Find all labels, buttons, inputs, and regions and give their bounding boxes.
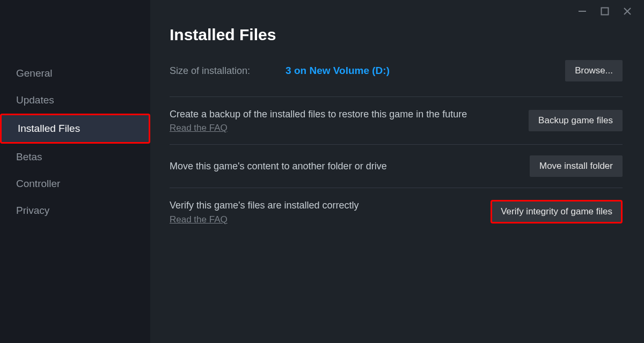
browse-button[interactable]: Browse... bbox=[565, 60, 623, 81]
sidebar: General Updates Installed Files Betas Co… bbox=[0, 0, 150, 343]
main-panel: Installed Files Size of installation: 3 … bbox=[150, 0, 644, 343]
sidebar-item-betas[interactable]: Betas bbox=[0, 144, 150, 170]
maximize-icon[interactable] bbox=[600, 6, 610, 16]
verify-desc: Verify this game's files are installed c… bbox=[170, 199, 478, 212]
move-button[interactable]: Move install folder bbox=[530, 155, 623, 177]
move-row: Move this game's content to another fold… bbox=[170, 145, 623, 188]
size-label: Size of installation: bbox=[170, 65, 250, 77]
size-row: Size of installation: 3 on New Volume (D… bbox=[170, 60, 623, 97]
sidebar-item-privacy[interactable]: Privacy bbox=[0, 197, 150, 224]
window-controls bbox=[577, 6, 632, 16]
backup-button[interactable]: Backup game files bbox=[529, 110, 623, 131]
sidebar-item-general[interactable]: General bbox=[0, 60, 150, 87]
verify-button[interactable]: Verify integrity of game files bbox=[491, 200, 623, 223]
close-icon[interactable] bbox=[623, 6, 632, 16]
backup-faq-link[interactable]: Read the FAQ bbox=[170, 123, 228, 133]
verify-row: Verify this game's files are installed c… bbox=[170, 188, 623, 235]
backup-text: Create a backup of the installed files t… bbox=[170, 108, 516, 133]
backup-row: Create a backup of the installed files t… bbox=[170, 97, 623, 145]
size-value: 3 on New Volume (D:) bbox=[286, 65, 565, 77]
sidebar-item-updates[interactable]: Updates bbox=[0, 87, 150, 114]
backup-desc: Create a backup of the installed files t… bbox=[170, 108, 492, 121]
move-text: Move this game's content to another fold… bbox=[170, 160, 517, 173]
page-title: Installed Files bbox=[170, 26, 623, 44]
verify-faq-link[interactable]: Read the FAQ bbox=[170, 214, 228, 225]
move-desc: Move this game's content to another fold… bbox=[170, 160, 492, 173]
minimize-icon[interactable] bbox=[577, 6, 587, 16]
verify-text: Verify this game's files are installed c… bbox=[170, 199, 478, 225]
sidebar-item-installed-files[interactable]: Installed Files bbox=[0, 114, 150, 144]
sidebar-item-controller[interactable]: Controller bbox=[0, 170, 150, 197]
svg-rect-1 bbox=[602, 8, 609, 15]
